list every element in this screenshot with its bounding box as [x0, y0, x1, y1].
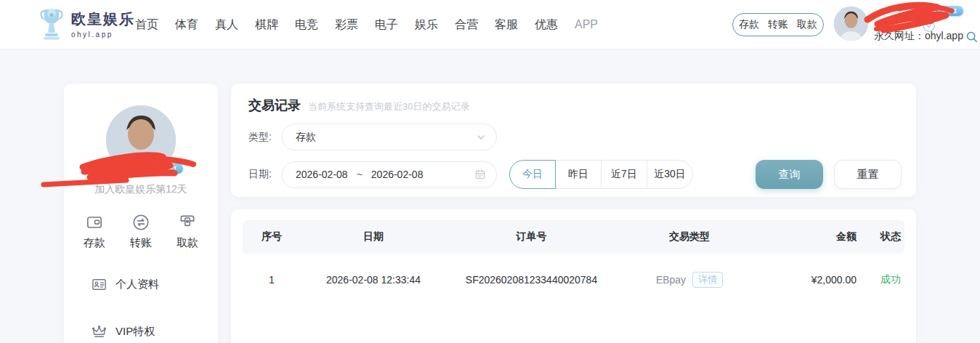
page-title: 交易记录 — [248, 97, 301, 114]
nav-item-entertainment[interactable]: 娱乐 — [415, 17, 438, 33]
quick-action-label: 存款 — [84, 236, 105, 250]
date-range-input[interactable]: 2026-02-08 ~ 2026-02-08 — [282, 161, 497, 188]
id-card-icon — [91, 276, 108, 293]
nav-item-home[interactable]: 首页 — [135, 17, 158, 33]
quick-range-group: 今日 昨日 近7日 近30日 — [509, 160, 693, 189]
menu-item-label: VIP特权 — [116, 325, 155, 339]
nav-item-service[interactable]: 客服 — [495, 17, 518, 33]
type-label: 类型: — [248, 131, 282, 144]
menu-item-label: 个人资料 — [116, 278, 159, 291]
nav-item-partner[interactable]: 合营 — [455, 17, 478, 33]
permanent-url-text: 永久网址：ohyl.app — [874, 30, 963, 43]
col-header-order: 订单号 — [446, 230, 617, 243]
cell-index: 1 — [243, 274, 301, 286]
chevron-down-icon — [476, 132, 486, 142]
top-navbar: 欧皇娱乐 ohyl.app 首页 体育 真人 棋牌 电竞 彩票 电子 娱乐 合营… — [0, 0, 980, 49]
nav-item-sports[interactable]: 体育 — [175, 17, 198, 33]
header-vip-badge: VIP1 — [936, 6, 963, 16]
header-transfer-link[interactable]: 转账 — [768, 18, 788, 31]
col-header-status: 状态 — [877, 230, 904, 243]
header-withdraw-link[interactable]: 取款 — [797, 18, 817, 31]
nav-item-live[interactable]: 真人 — [215, 17, 238, 33]
quick-actions-row: 存款 转账 取款 — [64, 213, 218, 250]
wallet-icon — [85, 213, 104, 232]
nav-item-lottery[interactable]: 彩票 — [335, 17, 358, 33]
brand-name: 欧皇娱乐 — [71, 9, 135, 29]
detail-link[interactable]: 详情 — [692, 272, 723, 288]
sidebar-transfer-button[interactable]: 转账 — [130, 213, 152, 250]
sidebar-vip-badge: VIP1 — [155, 164, 183, 174]
search-button[interactable]: 查询 — [756, 160, 823, 189]
join-days-text: 加入欧皇娱乐第12天 — [64, 183, 218, 196]
transaction-type: EBpay — [656, 274, 686, 286]
transaction-table-card: 序号 日期 订单号 交易类型 金额 状态 1 2026-02-08 12:33:… — [231, 209, 916, 343]
main-nav: 首页 体育 真人 棋牌 电竞 彩票 电子 娱乐 合营 客服 优惠 APP — [135, 0, 598, 49]
nav-item-esports[interactable]: 电竞 — [295, 17, 318, 33]
sidebar-withdraw-button[interactable]: 取款 — [177, 213, 198, 250]
cell-order-no: SF202602081233440020784 — [446, 274, 617, 286]
trophy-logo-icon — [38, 7, 65, 41]
profile-sidebar: VIP1 加入欧皇娱乐第12天 存款 转账 — [64, 84, 218, 343]
col-header-date: 日期 — [301, 230, 446, 243]
transfer-icon — [131, 213, 150, 232]
withdraw-icon — [178, 213, 197, 232]
col-header-index: 序号 — [243, 230, 301, 243]
date-from-value: 2026-02-08 — [296, 169, 348, 180]
range-yesterday-button[interactable]: 昨日 — [555, 160, 602, 189]
table-row: 1 2026-02-08 12:33:44 SF2026020812334400… — [243, 259, 904, 300]
nav-item-promo[interactable]: 优惠 — [535, 17, 558, 33]
range-30days-button[interactable]: 近30日 — [647, 160, 693, 189]
range-today-button[interactable]: 今日 — [509, 160, 556, 189]
transaction-filter-card: 交易记录 当前系统支持查询最近30日的交易记录 类型: 存款 日期: 2026-… — [231, 84, 916, 197]
search-icon[interactable] — [965, 31, 978, 43]
sidebar-item-profile[interactable]: 个人资料 — [64, 276, 218, 293]
type-select-value: 存款 — [296, 131, 476, 144]
header-deposit-link[interactable]: 存款 — [739, 18, 759, 31]
quick-action-label: 转账 — [130, 236, 152, 250]
date-to-value: 2026-02-08 — [371, 169, 424, 180]
nav-item-app[interactable]: APP — [575, 18, 598, 31]
page-subtitle: 当前系统支持查询最近30日的交易记录 — [308, 100, 469, 113]
brand-logo[interactable]: 欧皇娱乐 ohyl.app — [38, 7, 135, 41]
quick-action-label: 取款 — [177, 236, 198, 250]
type-select[interactable]: 存款 — [282, 124, 497, 150]
avatar-photo — [834, 7, 868, 41]
col-header-amount: 金额 — [762, 230, 877, 243]
crown-icon — [91, 323, 108, 340]
calendar-icon — [474, 169, 486, 180]
sidebar-item-vip[interactable]: VIP特权 — [64, 323, 218, 340]
sidebar-deposit-button[interactable]: 存款 — [84, 213, 105, 250]
date-separator: ~ — [357, 169, 363, 180]
reset-button[interactable]: 重置 — [834, 160, 902, 189]
cell-type: EBpay 详情 — [617, 272, 762, 288]
status-badge: 成功 — [877, 273, 904, 286]
brand-domain: ohyl.app — [71, 31, 135, 39]
header-avatar[interactable] — [834, 7, 868, 41]
nav-item-slots[interactable]: 电子 — [375, 17, 398, 33]
range-7days-button[interactable]: 近7日 — [601, 160, 647, 189]
cell-date: 2026-02-08 12:33:44 — [301, 274, 446, 286]
cell-amount: ¥2,000.00 — [762, 274, 877, 286]
date-label: 日期: — [248, 168, 282, 181]
header-wallet-pill: 存款 转账 取款 — [732, 13, 824, 36]
table-header-row: 序号 日期 订单号 交易类型 金额 状态 — [243, 220, 904, 254]
col-header-type: 交易类型 — [617, 230, 762, 243]
permanent-url: 永久网址：ohyl.app — [874, 30, 978, 43]
nav-item-chess[interactable]: 棋牌 — [255, 17, 278, 33]
